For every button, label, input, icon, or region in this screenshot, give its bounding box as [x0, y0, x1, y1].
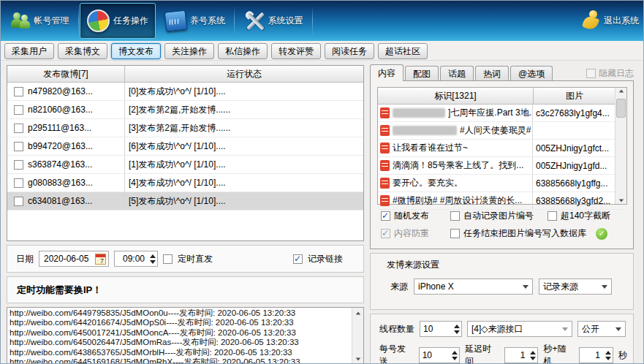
- status-cell: [4]发布成功\^o^/ [1/10]....: [124, 174, 363, 192]
- accounts-column-header[interactable]: 发布微博[7]: [7, 66, 125, 82]
- random-publish-checkbox[interactable]: [381, 211, 390, 221]
- log-scrollbar[interactable]: [352, 308, 363, 364]
- tab-read-tasks[interactable]: 阅读任务: [325, 43, 374, 59]
- record-source-dropdown[interactable]: 记录来源: [539, 278, 612, 295]
- thread-count-value: 10: [420, 324, 452, 334]
- row-checkbox[interactable]: [14, 87, 23, 96]
- tab-dm-ops[interactable]: 私信操作: [218, 43, 268, 59]
- log-line: http://weibo.com/6442016674/J5dMOpS0i---…: [10, 318, 351, 327]
- post-row[interactable]: #微博剧场# #周放设计淡黄的长... 63885668ly3gfd2...: [378, 192, 626, 210]
- table-row[interactable]: b994720@163... [6]发布成功\^o^/ [1/10]....: [7, 137, 363, 156]
- document-icon: [380, 195, 390, 206]
- image-column-header[interactable]: 图片: [534, 88, 615, 104]
- row-checkbox[interactable]: [14, 178, 23, 188]
- timed-publish-checkbox[interactable]: [163, 254, 173, 264]
- post-image-cell: 005ZHJnigy1gfd...: [533, 161, 615, 171]
- random-publish-label: 随机发布: [394, 210, 447, 222]
- exit-system-button[interactable]: 退出系统: [582, 1, 639, 41]
- scroll-up-icon[interactable]: [615, 89, 626, 93]
- title-column-header[interactable]: 标识[1321]: [378, 88, 534, 104]
- row-checkbox[interactable]: [14, 160, 23, 170]
- post-title-cell: ]七周年应援.Part 3地...: [448, 107, 533, 119]
- tab-collect-posts[interactable]: 采集博文: [58, 43, 107, 59]
- spinner-arrows[interactable]: [450, 351, 459, 360]
- tab-images[interactable]: 配图: [405, 66, 439, 81]
- time-value: 09:00: [115, 254, 148, 264]
- tab-follow-ops[interactable]: 关注操作: [164, 43, 214, 59]
- status-cell: [3]发布第2篇,开始发博......: [124, 119, 363, 137]
- truncate-checkbox[interactable]: [548, 211, 557, 221]
- posts-table-scrollbar[interactable]: [615, 88, 626, 204]
- thread-count-spinner[interactable]: 10: [420, 321, 462, 337]
- post-row[interactable]: 让我看看谁在过节~ 005ZHJnigy1gfct...: [378, 140, 626, 157]
- row-checkbox[interactable]: [14, 105, 23, 115]
- row-checkbox[interactable]: [14, 142, 23, 151]
- scroll-up-icon[interactable]: [352, 308, 363, 318]
- tab-topics[interactable]: 话题: [440, 66, 474, 81]
- post-row[interactable]: ]七周年应援.Part 3地... c3c27683ly1gfg4...: [378, 105, 626, 122]
- table-row[interactable]: n821060@163... [2]发布第2篇,开始发博......: [7, 101, 363, 119]
- schedule-panel: 日期 2020-06-05 09:00 定时直发 记录链接: [7, 245, 364, 273]
- pie-chart-icon: [87, 10, 110, 32]
- table-row[interactable]: s363874@163... [1]发布成功\^o^/ [1/10]....: [7, 156, 363, 174]
- post-row[interactable]: #人间天使姜珉灵# ...: [378, 122, 626, 140]
- tab-supertopic[interactable]: 超话社区: [378, 43, 428, 59]
- scroll-down-icon[interactable]: [352, 354, 363, 364]
- row-checkbox[interactable]: [14, 197, 23, 206]
- spinner-arrows[interactable]: [452, 325, 461, 334]
- scroll-down-icon[interactable]: [615, 199, 626, 202]
- document-icon: [380, 143, 390, 153]
- post-row[interactable]: 要开心。要充实。 63885668ly1gffg...: [378, 175, 626, 192]
- publish-log-box[interactable]: http://weibo.com/6449795835/J5dMOon0u---…: [7, 307, 364, 364]
- toolbar-item-task-operation[interactable]: 任务操作: [80, 3, 156, 39]
- delay-spinner[interactable]: 1: [504, 347, 539, 363]
- hide-log-checkbox[interactable]: [586, 69, 596, 78]
- row-checkbox[interactable]: [14, 124, 23, 133]
- tab-content[interactable]: 内容: [370, 64, 404, 81]
- post-title-cell: #人间天使姜珉灵# ...: [460, 124, 533, 137]
- table-row[interactable]: n479820@163... [0]发布成功\^o^/ [1/10]....: [7, 83, 363, 101]
- visibility-dropdown[interactable]: 公开: [577, 321, 626, 337]
- random-seconds-spinner[interactable]: 1: [579, 347, 613, 363]
- delay-label: 延迟时间: [465, 343, 499, 364]
- post-row[interactable]: 滴滴滴！85号乘客上线了。找到... 005ZHJnigy1gfd...: [378, 157, 626, 175]
- source-api-dropdown[interactable]: [4]◇来源接口: [467, 321, 572, 337]
- ip-notice-text: 定时功能需要换IP！: [17, 284, 102, 297]
- source-api-value: [4]◇来源接口: [471, 323, 523, 335]
- toolbar-item-system-settings[interactable]: 系统设置: [235, 3, 311, 39]
- scrollbar-thumb[interactable]: [616, 99, 626, 118]
- spinner-arrows[interactable]: [603, 351, 613, 360]
- tab-hotwords[interactable]: 热词: [475, 66, 509, 81]
- date-picker[interactable]: 2020-06-05: [39, 251, 109, 267]
- dedupe-checkbox[interactable]: [381, 229, 390, 238]
- exit-system-label: 退出系统: [604, 15, 639, 27]
- toolbar-item-account-manage[interactable]: 帐号管理: [1, 3, 77, 39]
- tab-collect-users[interactable]: 采集用户: [4, 43, 54, 59]
- chevron-down-icon: [523, 285, 529, 289]
- per-account-send-spinner[interactable]: 10: [419, 347, 460, 363]
- spinner-arrows[interactable]: [528, 351, 537, 360]
- time-spinner-arrows[interactable]: [148, 254, 157, 264]
- post-image-cell: 63885668ly3gfd2...: [533, 196, 615, 206]
- tab-repost-like[interactable]: 转发评赞: [271, 43, 321, 59]
- time-spinner[interactable]: 09:00: [114, 251, 158, 267]
- record-link-checkbox[interactable]: [293, 254, 303, 264]
- table-row[interactable]: p295111@163... [3]发布第2篇,开始发博......: [7, 119, 363, 137]
- random-seconds-value: 1: [580, 350, 603, 360]
- source-device-dropdown[interactable]: iPhone X: [414, 278, 533, 295]
- record-link-label: 记录链接: [308, 253, 343, 265]
- post-title-cell: 滴滴滴！85号乘客上线了。找到...: [393, 159, 523, 172]
- auto-record-checkbox[interactable]: [450, 211, 460, 221]
- date-label: 日期: [16, 253, 34, 265]
- account-cell: s363874@163...: [28, 159, 92, 170]
- status-column-header[interactable]: 运行状态: [125, 66, 363, 82]
- calendar-icon[interactable]: [95, 254, 106, 265]
- write-db-checkbox[interactable]: [450, 229, 460, 238]
- censored-text-block: [393, 126, 457, 135]
- tab-post-publish[interactable]: 博文发布: [111, 43, 161, 59]
- tab-at-options[interactable]: @选项: [510, 66, 553, 81]
- table-row[interactable]: g080883@163... [4]发布成功\^o^/ [1/10]....: [7, 174, 363, 192]
- table-row-selected[interactable]: c634081@163... [5]发布成功\^o^/ [1/10]....: [7, 192, 363, 211]
- toolbar-item-nurture-system[interactable]: 养号系统: [157, 3, 233, 39]
- per-account-send-label: 每号发送: [379, 343, 414, 364]
